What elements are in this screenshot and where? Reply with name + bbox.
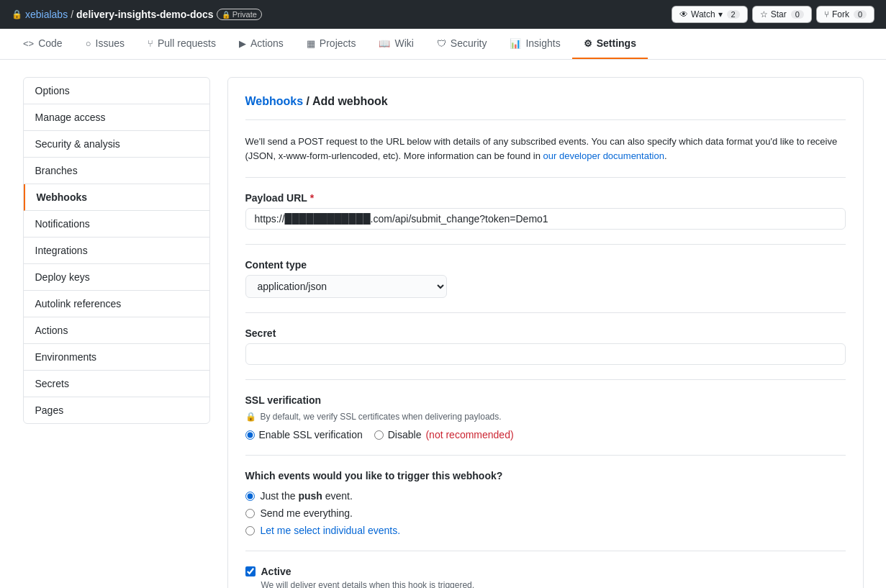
ssl-disable-radio[interactable] [374,430,384,440]
title-separator: / [71,9,73,20]
event-everything-option[interactable]: Send me everything. [245,507,846,519]
secret-label: Secret [245,327,846,339]
fork-count: 0 [854,10,867,19]
event-push-label: Just the push event. [261,490,353,502]
projects-icon: ▦ [307,38,315,49]
actions-icon: ▶ [239,38,246,49]
insights-icon: 📊 [510,38,521,49]
tab-pull-requests[interactable]: ⑂ Pull requests [136,29,227,59]
sidebar-item-environments[interactable]: Environments [24,344,209,371]
breadcrumb-current: Add webhook [312,95,388,107]
sidebar-item-deploy-keys[interactable]: Deploy keys [24,264,209,291]
events-options: Just the push event. Send me everything.… [245,490,846,536]
ssl-enable-option[interactable]: Enable SSL verification [245,429,363,440]
ssl-section: SSL verification 🔒 By default, we verify… [245,394,846,456]
visibility-badge: 🔒 Private [217,9,262,20]
sidebar-item-secrets[interactable]: Secrets [24,371,209,397]
tab-wiki[interactable]: 📖 Wiki [367,29,425,59]
star-icon: ☆ [760,9,768,19]
payload-url-label: Payload URL * [245,192,846,204]
fork-icon: ⑂ [824,9,829,19]
ssl-description: 🔒 By default, we verify SSL certificates… [245,412,846,422]
pr-icon: ⑂ [148,38,153,49]
secret-section: Secret [245,327,846,380]
developer-docs-link[interactable]: our developer documentation [543,150,664,161]
star-count: 0 [791,10,804,19]
repo-title: 🔒 xebialabs / delivery-insights-demo-doc… [12,9,262,20]
sidebar-item-integrations[interactable]: Integrations [24,238,209,264]
code-icon: <> [23,38,34,49]
tab-insights[interactable]: 📊 Insights [498,29,571,59]
event-push-option[interactable]: Just the push event. [245,490,846,502]
lock-small-icon: 🔒 [222,11,230,19]
sidebar-item-branches[interactable]: Branches [24,158,209,184]
star-button[interactable]: ☆ Star 0 [752,6,812,23]
sidebar-item-webhooks[interactable]: Webhooks [24,184,209,211]
not-recommended-text: (not recommended) [425,429,513,440]
settings-icon: ⚙ [584,38,592,49]
event-everything-radio[interactable] [245,509,255,518]
ssl-radio-group: Enable SSL verification Disable (not rec… [245,429,846,440]
content-type-label: Content type [245,259,846,271]
tab-issues[interactable]: ○ Issues [74,29,136,59]
top-bar-actions: 👁 Watch ▾ 2 ☆ Star 0 ⑂ Fork 0 [672,6,874,23]
ssl-disable-option[interactable]: Disable (not recommended) [374,429,514,440]
sidebar-item-notifications[interactable]: Notifications [24,211,209,238]
eye-icon: 👁 [679,9,688,19]
sidebar-item-pages[interactable]: Pages [24,397,209,423]
event-individual-link[interactable]: Let me select individual events. [261,525,401,536]
webhook-form-panel: Webhooks / Add webhook We'll send a POST… [227,77,864,588]
repo-header: 🔒 xebialabs / delivery-insights-demo-doc… [12,9,262,20]
chevron-icon: ▾ [718,9,723,19]
ssl-enable-radio[interactable] [245,430,255,440]
lock-ssl-icon: 🔒 [245,412,256,422]
watch-button[interactable]: 👁 Watch ▾ 2 [672,6,748,23]
tab-settings[interactable]: ⚙ Settings [572,29,648,59]
active-checkbox[interactable] [245,566,256,576]
sidebar-item-actions[interactable]: Actions [24,317,209,344]
webhook-info: We'll send a POST request to the URL bel… [245,135,846,178]
settings-sidebar: Options Manage access Security & analysi… [23,77,210,424]
payload-url-input[interactable] [245,208,846,230]
active-toggle-label[interactable]: Active [245,566,846,577]
tab-code[interactable]: <> Code [12,29,74,59]
sidebar-item-manage-access[interactable]: Manage access [24,104,209,131]
sidebar-item-security-analysis[interactable]: Security & analysis [24,131,209,158]
tab-security[interactable]: 🛡 Security [425,29,499,59]
security-icon: 🛡 [437,38,446,49]
event-individual-option[interactable]: Let me select individual events. [245,525,846,536]
events-title: Which events would you like to trigger t… [245,470,846,481]
event-push-radio[interactable] [245,492,255,501]
sidebar-item-autolink-references[interactable]: Autolink references [24,291,209,317]
breadcrumb-separator: / [307,95,309,107]
top-bar: 🔒 xebialabs / delivery-insights-demo-doc… [0,0,886,29]
active-section: Active We will deliver event details whe… [245,566,846,588]
breadcrumb-parent-link[interactable]: Webhooks [245,95,304,107]
repo-link[interactable]: delivery-insights-demo-docs [76,9,214,20]
event-individual-radio[interactable] [245,526,255,535]
ssl-title: SSL verification [245,394,846,406]
nav-tabs: <> Code ○ Issues ⑂ Pull requests ▶ Actio… [0,29,886,60]
breadcrumb: Webhooks / Add webhook [245,95,846,120]
fork-button[interactable]: ⑂ Fork 0 [816,6,874,23]
lock-icon: 🔒 [12,9,22,19]
wiki-icon: 📖 [379,38,390,49]
issue-icon: ○ [86,38,91,49]
sidebar-item-options[interactable]: Options [24,78,209,104]
required-star: * [310,192,314,204]
payload-url-section: Payload URL * [245,192,846,245]
watch-count: 2 [727,10,740,19]
content-type-section: Content type application/json applicatio… [245,259,846,313]
secret-input[interactable] [245,343,846,365]
tab-actions[interactable]: ▶ Actions [227,29,295,59]
events-section: Which events would you like to trigger t… [245,470,846,551]
main-content: Options Manage access Security & analysi… [12,77,875,588]
tab-projects[interactable]: ▦ Projects [295,29,368,59]
org-link[interactable]: xebialabs [25,9,68,20]
content-type-select[interactable]: application/json application/x-www-form-… [245,275,447,298]
active-description: We will deliver event details when this … [261,580,846,588]
